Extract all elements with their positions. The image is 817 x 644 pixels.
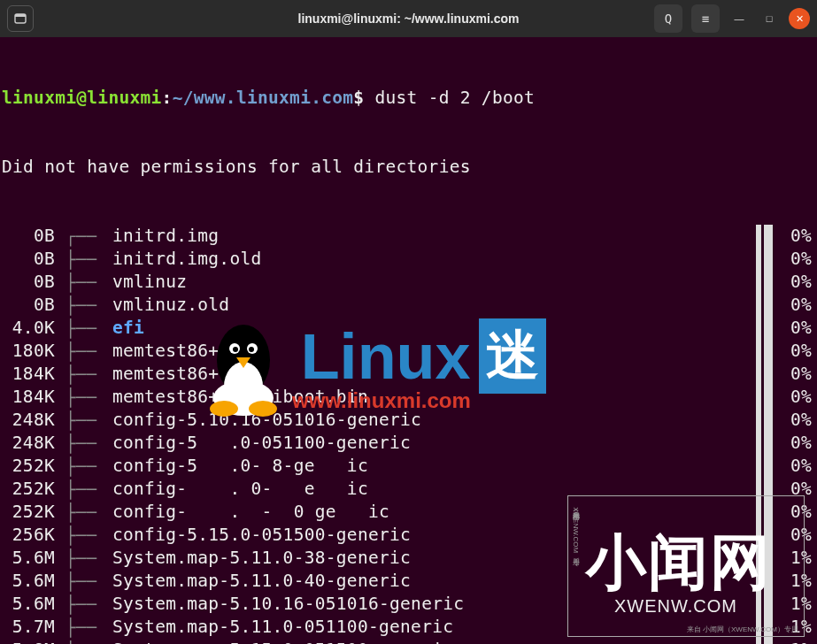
percent-value: 0% [782, 340, 812, 363]
file-name: System.map-5.10.16-051016-generic [112, 593, 464, 616]
percent-value: 0% [782, 248, 812, 271]
file-name: initrd.img [112, 225, 219, 248]
file-name: memtest86+_multiboot.bin [112, 386, 368, 409]
size-value: 252K [2, 455, 55, 478]
output-row: 248K├── config-5 .0-051100-generic0% [2, 432, 815, 455]
output-row: 256K├── config-5.15.0-051500-generic0% [2, 524, 815, 547]
menu-icon: ≡ [702, 12, 709, 26]
output-row: 252K├── config-5 .0- 8-ge ic0% [2, 455, 815, 478]
percent-value: 0% [782, 363, 812, 386]
tree-glyph: ├── [55, 317, 112, 340]
size-value: 0B [2, 248, 55, 271]
size-value: 5.8M [2, 639, 55, 644]
size-value: 5.6M [2, 547, 55, 570]
warning-line: Did not have permissions for all directo… [2, 156, 815, 179]
tree-glyph: ├── [55, 547, 112, 570]
prompt-user: linuxmi@linuxmi [2, 88, 162, 108]
svg-rect-1 [15, 14, 26, 17]
bar-area: 0% [756, 432, 815, 455]
percent-value: 0% [782, 409, 812, 432]
command-text: dust -d 2 /boot [374, 88, 535, 108]
size-value: 248K [2, 409, 55, 432]
output-row: 0B├── initrd.img.old0% [2, 248, 815, 271]
bar-area: 0% [756, 501, 815, 524]
bar-area: 1% [756, 639, 815, 644]
file-name: efi [112, 317, 144, 340]
minimize-button[interactable]: — [728, 8, 750, 29]
output-row: 252K├── config- . - 0 ge ic0% [2, 501, 815, 524]
terminal-output[interactable]: linuxmi@linuxmi:~/www.linuxmi.com$ dust … [0, 37, 817, 644]
tree-glyph: ├── [55, 524, 112, 547]
output-row: 5.7M├── System.map-5.11.0-051100-generic… [2, 616, 815, 639]
bar-area: 0% [756, 340, 815, 363]
prompt-line: linuxmi@linuxmi:~/www.linuxmi.com$ dust … [2, 87, 815, 110]
tree-glyph: ├── [55, 271, 112, 294]
size-value: 184K [2, 363, 55, 386]
bar-area: 0% [756, 409, 815, 432]
output-row: 0B├── vmlinuz0% [2, 271, 815, 294]
percent-value: 0% [782, 386, 812, 409]
output-row: 248K├── config-5.10.16-051016-generic0% [2, 409, 815, 432]
output-row: 184K├── memtest86+_multiboot.bin0% [2, 386, 815, 409]
bar-area: 0% [756, 386, 815, 409]
file-name: System.map-5.11.0-051100-generic [112, 616, 453, 639]
percent-value: 1% [782, 570, 812, 593]
file-name: config-5 .0- 8-ge ic [112, 455, 368, 478]
maximize-button[interactable]: □ [759, 8, 780, 29]
file-name: System.map-5.11.0-40-generic [112, 570, 411, 593]
bar-area: 0% [756, 271, 815, 294]
size-value: 252K [2, 478, 55, 501]
percent-value: 1% [782, 547, 812, 570]
bar-area: 1% [756, 547, 815, 570]
new-tab-button[interactable] [7, 5, 34, 32]
percent-value: 1% [782, 593, 812, 616]
tree-glyph: ├── [55, 455, 112, 478]
search-icon: Q [665, 12, 672, 26]
file-name: memtest86+.elf [112, 363, 262, 386]
bar-area: 0% [756, 524, 815, 547]
percent-value: 0% [782, 225, 812, 248]
tree-glyph: ├── [55, 340, 112, 363]
file-name: initrd.img.old [112, 248, 262, 271]
bar-area: 1% [756, 593, 815, 616]
bar-area: 1% [756, 616, 815, 639]
output-row: 5.6M├── System.map-5.11.0-38-generic1% [2, 547, 815, 570]
percent-value: 0% [782, 455, 812, 478]
menu-button[interactable]: ≡ [691, 4, 720, 33]
output-row: 184K├── memtest86+.elf0% [2, 363, 815, 386]
file-name: config- . - 0 ge ic [112, 501, 389, 524]
maximize-icon: □ [767, 13, 773, 24]
search-button[interactable]: Q [654, 4, 682, 33]
bar-area: 0% [756, 363, 815, 386]
bar-area: 1% [756, 570, 815, 593]
size-value: 256K [2, 524, 55, 547]
output-row: 0B├── vmlinuz.old0% [2, 294, 815, 317]
titlebar: linuxmi@linuxmi: ~/www.linuxmi.com Q ≡ —… [0, 0, 817, 37]
file-name: System.map-5.15.0-051500-generic [112, 639, 453, 644]
file-name: vmlinuz.old [112, 294, 229, 317]
file-name: memtest86+.bin [112, 340, 262, 363]
percent-value: 0% [782, 432, 812, 455]
size-value: 0B [2, 225, 55, 248]
tree-glyph: ├── [55, 593, 112, 616]
file-name: config- . 0- e ic [112, 478, 368, 501]
size-value: 184K [2, 386, 55, 409]
tree-glyph: ├── [55, 478, 112, 501]
output-row: 5.8M├── System.map-5.15.0-051500-generic… [2, 639, 815, 644]
tree-glyph: ├── [55, 409, 112, 432]
percent-value: 0% [782, 294, 812, 317]
tree-glyph: ├── [55, 386, 112, 409]
prompt-path: ~/www.linuxmi.com [173, 88, 354, 108]
file-name: System.map-5.11.0-38-generic [112, 547, 411, 570]
close-button[interactable]: ✕ [789, 8, 810, 29]
bar-area: 0% [756, 478, 815, 501]
percent-value: 0% [782, 524, 812, 547]
bar-area: 0% [756, 225, 815, 248]
tree-glyph: ├── [55, 570, 112, 593]
bar-area: 0% [756, 294, 815, 317]
size-value: 0B [2, 294, 55, 317]
tree-glyph: ├── [55, 363, 112, 386]
tree-glyph: ├── [55, 616, 112, 639]
output-row: 252K├── config- . 0- e ic0% [2, 478, 815, 501]
bar-area: 0% [756, 455, 815, 478]
